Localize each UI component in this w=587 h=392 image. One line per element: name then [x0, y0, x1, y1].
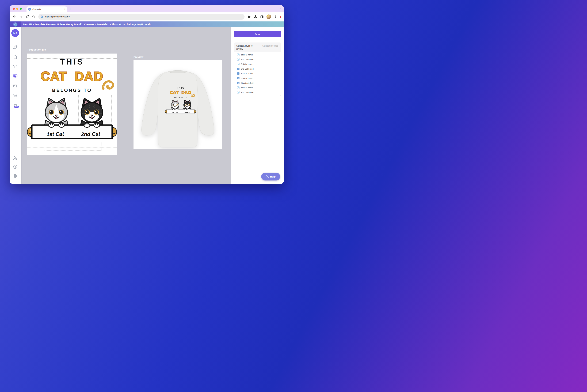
step-title: Step 3/3 - Template Review - Unisex Heav…: [23, 23, 151, 26]
desktop-background: C Customily ✕ + C https://app.customily.…: [0, 0, 293, 196]
url-bar[interactable]: C https://app.customily.com/: [38, 14, 245, 20]
layer-selection-box: Select a layer to review Select unlocked…: [234, 42, 281, 96]
preview-panel[interactable]: THIS CAT DAD BELONGS TO 1st Cat 2nd Cat: [133, 60, 222, 149]
layer-row[interactable]: T 1st Cat name: [234, 52, 281, 57]
layer-row[interactable]: 2nd Cat breed: [234, 66, 281, 71]
user-avatar[interactable]: MA: [11, 29, 19, 37]
cats-banner-art: [27, 97, 117, 141]
preview-design-artwork: THIS CAT DAD BELONGS TO 1st Cat 2nd Cat: [165, 85, 196, 120]
image-layer-icon: [237, 72, 239, 75]
text-layer-icon: T: [237, 63, 239, 65]
layer-box-title: Select a layer to review: [236, 44, 259, 50]
close-tab-icon[interactable]: ✕: [64, 8, 65, 10]
save-button[interactable]: Save: [234, 31, 281, 37]
minimize-window-button[interactable]: [16, 8, 18, 10]
window-controls[interactable]: [13, 8, 22, 10]
layer-label: 1st Cat name: [241, 54, 253, 56]
layer-label: 1st Cat name: [241, 87, 253, 89]
app-header: C Step 3/3 - Template Review - Unisex He…: [10, 22, 284, 27]
sidebar: MA: [10, 27, 21, 184]
menu-dots-icon[interactable]: [274, 15, 277, 19]
layer-row[interactable]: 1st Cat breed: [234, 71, 281, 76]
close-window-button[interactable]: [13, 8, 15, 10]
layer-label: Big Jingle Bell: [241, 82, 253, 84]
tab-strip: C Customily ✕ +: [10, 6, 284, 12]
maximize-window-button[interactable]: [20, 8, 22, 10]
select-unlocked-label: Select unlocked: [259, 44, 278, 50]
customily-logo: C: [13, 22, 17, 26]
design-line3: BELONGS TO: [165, 96, 196, 98]
preview-label: Preview: [133, 56, 143, 58]
rocket-icon[interactable]: [13, 45, 18, 50]
divider: [10, 39, 21, 40]
red-accent-mark: ): [280, 15, 281, 18]
new-tab-button[interactable]: +: [69, 7, 71, 11]
banner-name-2: 2nd Cat: [78, 130, 103, 138]
tshirt-icon[interactable]: [13, 64, 18, 69]
logout-door-icon[interactable]: [13, 174, 18, 178]
layer-row[interactable]: T 2nd Cat name: [234, 90, 281, 95]
layer-label: 2nd Cat name: [241, 91, 253, 94]
help-button-label: Help: [270, 175, 276, 178]
layer-label: 2nd Cat breed: [241, 68, 254, 70]
production-file-label: Production file: [27, 48, 46, 51]
banner-name-1: 1st Cat: [171, 111, 179, 114]
file-icon[interactable]: [13, 54, 18, 60]
extensions-puzzle-icon[interactable]: [247, 15, 251, 19]
cats-banner-art: [165, 100, 196, 115]
design-monitor-icon[interactable]: [13, 74, 18, 79]
layer-row[interactable]: T 3rd Cat name: [234, 62, 281, 66]
layer-row[interactable]: 3rd Cat breed: [234, 76, 281, 80]
customily-favicon: C: [28, 8, 31, 11]
help-bubble-icon[interactable]: [13, 164, 18, 170]
home-icon[interactable]: [32, 15, 36, 19]
tab-title: Customily: [32, 8, 62, 10]
url-text: https://app.customily.com/: [45, 16, 70, 18]
store-icon[interactable]: [13, 93, 18, 98]
text-layer-icon: T: [237, 91, 239, 94]
layer-label: 3rd Cat breed: [241, 77, 253, 79]
layer-row[interactable]: T 2nd Cat name: [234, 57, 281, 62]
image-layer-icon: [237, 77, 239, 79]
browser-toolbar: C https://app.customily.com/ ): [10, 12, 284, 22]
browser-window: C Customily ✕ + C https://app.customily.…: [10, 6, 284, 184]
booklet-icon[interactable]: [13, 83, 18, 88]
layer-label: 3rd Cat name: [241, 63, 253, 65]
design-line3: BELONGS TO: [27, 88, 117, 93]
url-favicon: C: [41, 16, 43, 18]
help-button[interactable]: ? Help: [261, 173, 280, 180]
design-artwork: THIS CAT DAD BELONGS TO 1st Cat 2nd Cat: [27, 54, 117, 155]
image-layer-icon: [237, 68, 239, 70]
reload-icon[interactable]: [25, 15, 29, 19]
layer-label: 2nd Cat name: [241, 58, 253, 60]
side-panel-icon[interactable]: [260, 15, 264, 19]
chevron-down-icon[interactable]: [279, 7, 281, 10]
download-icon[interactable]: [254, 15, 257, 19]
right-panel: Save Select a layer to review Select unl…: [231, 27, 284, 184]
text-layer-icon: T: [237, 58, 239, 60]
back-icon[interactable]: [12, 15, 16, 19]
browser-tab[interactable]: C Customily ✕: [26, 6, 67, 12]
banner-name-2: 2nd Cat: [183, 111, 191, 114]
forward-icon[interactable]: [19, 15, 23, 19]
design-line1: THIS: [165, 86, 196, 89]
profile-avatar[interactable]: [266, 14, 271, 19]
text-layer-icon: T: [237, 54, 239, 56]
image-layer-icon: [237, 82, 239, 84]
production-canvas[interactable]: THIS CAT DAD BELONGS TO 1st Cat 2nd Cat: [27, 54, 117, 155]
text-layer-icon: T: [237, 86, 239, 89]
workspace: Production file THIS CAT DAD: [21, 27, 231, 184]
banner-name-1: 1st Cat: [43, 130, 67, 138]
design-line1: THIS: [27, 57, 117, 66]
beta-badge: BETA: [14, 106, 19, 108]
layer-row[interactable]: T 1st Cat name: [234, 85, 281, 90]
customily-logo-box: C: [10, 22, 21, 27]
layer-label: 1st Cat breed: [241, 72, 253, 75]
account-settings-icon[interactable]: [13, 156, 18, 160]
layer-box-header: Select a layer to review Select unlocked: [234, 43, 281, 52]
layer-row[interactable]: Big Jingle Bell: [234, 80, 281, 85]
question-mark-icon: ?: [266, 175, 269, 178]
